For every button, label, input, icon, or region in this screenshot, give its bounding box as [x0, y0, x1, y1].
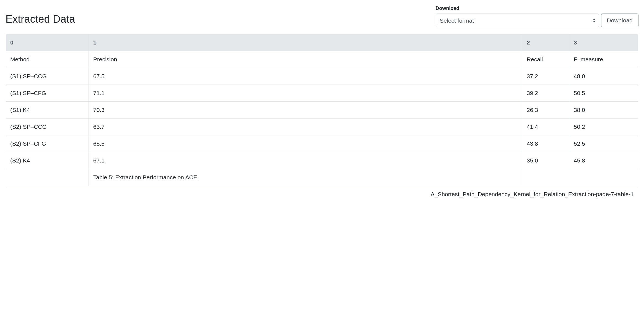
page-title: Extracted Data: [6, 13, 75, 25]
table-cell: Precision: [89, 51, 522, 68]
table-caption-row: A_Shortest_Path_Dependency_Kernel_for_Re…: [6, 186, 638, 203]
table-cell: (S1) SP–CFG: [6, 85, 89, 102]
table-cell: 50.2: [569, 119, 638, 135]
table-cell: 43.8: [522, 135, 569, 152]
table-row: (S2) SP–CCG 63.7 41.4 50.2: [6, 119, 638, 135]
table-cell: 65.5: [89, 135, 522, 152]
table-cell: 41.4: [522, 119, 569, 135]
table-cell: 26.3: [522, 102, 569, 119]
download-label: Download: [436, 6, 638, 11]
table-cell: 67.5: [89, 68, 522, 85]
download-button[interactable]: Download: [601, 14, 638, 27]
table-cell: [6, 169, 89, 186]
table-cell: (S1) K4: [6, 102, 89, 119]
table-header-cell: 3: [569, 34, 638, 51]
table-cell: (S2) K4: [6, 152, 89, 169]
table-row: (S1) SP–CFG 71.1 39.2 50.5: [6, 85, 638, 102]
table-cell: Recall: [522, 51, 569, 68]
table-header-cell: 2: [522, 34, 569, 51]
table-row: (S2) SP–CFG 65.5 43.8 52.5: [6, 135, 638, 152]
table-row: Method Precision Recall F–measure: [6, 51, 638, 68]
table-header-cell: 1: [89, 34, 522, 51]
table-cell: Method: [6, 51, 89, 68]
table-cell: [522, 169, 569, 186]
table-cell: 48.0: [569, 68, 638, 85]
table-row: (S2) K4 67.1 35.0 45.8: [6, 152, 638, 169]
table-cell: 37.2: [522, 68, 569, 85]
table-row: Table 5: Extraction Performance on ACE.: [6, 169, 638, 186]
table-cell: 67.1: [89, 152, 522, 169]
table-cell: 50.5: [569, 85, 638, 102]
table-cell: Table 5: Extraction Performance on ACE.: [89, 169, 522, 186]
table-cell: 63.7: [89, 119, 522, 135]
table-cell: 71.1: [89, 85, 522, 102]
table-cell: (S2) SP–CCG: [6, 119, 89, 135]
table-cell: [569, 169, 638, 186]
table-cell: 70.3: [89, 102, 522, 119]
table-caption: A_Shortest_Path_Dependency_Kernel_for_Re…: [6, 186, 638, 203]
format-select[interactable]: Select format: [436, 14, 599, 27]
download-section: Download Select format Download: [436, 6, 638, 27]
table-row: (S1) SP–CCG 67.5 37.2 48.0: [6, 68, 638, 85]
data-table: 0 1 2 3 Method Precision Recall F–measur…: [6, 34, 638, 203]
table-cell: 35.0: [522, 152, 569, 169]
table-cell: 39.2: [522, 85, 569, 102]
table-cell: 45.8: [569, 152, 638, 169]
table-cell: (S1) SP–CCG: [6, 68, 89, 85]
table-header-cell: 0: [6, 34, 89, 51]
table-header-row: 0 1 2 3: [6, 34, 638, 51]
table-cell: (S2) SP–CFG: [6, 135, 89, 152]
table-row: (S1) K4 70.3 26.3 38.0: [6, 102, 638, 119]
table-cell: F–measure: [569, 51, 638, 68]
table-cell: 52.5: [569, 135, 638, 152]
table-cell: 38.0: [569, 102, 638, 119]
